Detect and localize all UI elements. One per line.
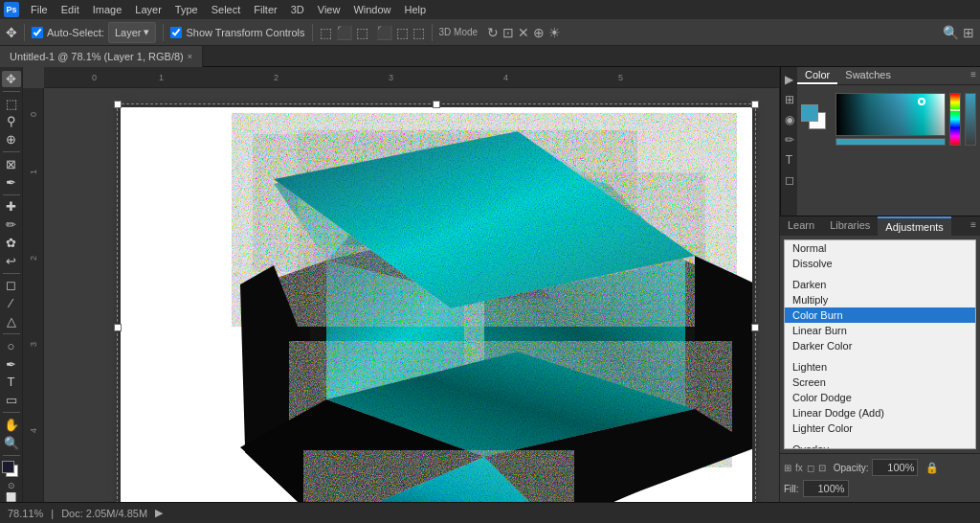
tool-marquee[interactable]: ⬚ [2,96,21,112]
tool-quick-select[interactable]: ⊕ [2,131,21,148]
fg-bg-colors [801,104,832,135]
blend-normal[interactable]: Normal [785,240,975,256]
handle-mr[interactable] [751,324,759,331]
align-left-icon[interactable]: ⬚ [320,25,332,40]
zoom-level: 78.11% [8,508,43,519]
tab-color[interactable]: Color [797,67,837,84]
align-bottom-icon[interactable]: ⬚ [412,25,425,40]
tab-libraries[interactable]: Libraries [822,216,878,236]
align-middle-icon[interactable]: ⬚ [396,25,409,40]
color-swatches[interactable] [2,461,21,477]
gradient-field[interactable] [835,93,946,136]
tool-gradient[interactable]: ∕ [2,295,21,311]
light-icon[interactable]: ☀ [548,25,561,40]
align-top-icon[interactable]: ⬛ [376,25,392,40]
panel-shape-btn[interactable]: ◻ [783,171,796,189]
menu-layer[interactable]: Layer [129,2,167,17]
alpha-bar[interactable] [965,93,976,146]
quick-mask-btn[interactable]: ⊙ [8,481,15,490]
tool-hand[interactable]: ✋ [2,417,21,433]
tool-type[interactable]: T [2,374,21,390]
show-transform-label: Show Transform Controls [186,27,304,38]
blend-linear-burn[interactable]: Linear Burn [785,323,975,338]
menu-view[interactable]: View [312,2,346,17]
tool-pen[interactable]: ✒ [2,356,21,373]
scale-icon[interactable]: ⊡ [502,25,514,40]
blend-overlay[interactable]: Overlay [785,442,975,449]
tool-lasso[interactable]: ⚲ [2,113,21,129]
workspace-icon[interactable]: ⊞ [963,25,974,40]
menu-file[interactable]: File [25,2,54,17]
tool-zoom[interactable]: 🔍 [2,435,21,451]
blend-lighter-color[interactable]: Lighter Color [785,421,975,436]
auto-select-type-dropdown[interactable]: Layer ▾ [108,22,157,43]
transform-icon[interactable]: ✕ [518,25,529,40]
svg-text:2: 2 [29,256,38,261]
blend-color-dodge[interactable]: Color Dodge [785,390,975,405]
tab-learn[interactable]: Learn [780,216,822,236]
blend-screen[interactable]: Screen [785,375,975,390]
screen-mode-btn[interactable]: ⬜ [6,492,16,502]
opacity-input[interactable] [872,459,918,476]
tool-clone[interactable]: ✿ [2,235,21,251]
blend-linear-dodge[interactable]: Linear Dodge (Add) [785,405,975,421]
hue-bar[interactable] [949,93,961,146]
tool-crop[interactable]: ⊠ [2,156,21,172]
tab-close-button[interactable]: × [188,52,192,61]
show-transform-checkbox[interactable] [170,27,182,38]
blend-lighten[interactable]: Lighten [785,359,975,375]
align-center-icon[interactable]: ⬛ [336,25,352,40]
status-sep: | [51,508,54,519]
menu-filter[interactable]: Filter [248,2,282,17]
fill-input[interactable] [803,480,849,497]
menu-edit[interactable]: Edit [56,2,85,17]
color-panel-menu[interactable]: ≡ [967,67,980,84]
blend-multiply[interactable]: Multiply [785,292,975,307]
hue-strip[interactable] [835,138,946,146]
align-right-icon[interactable]: ⬚ [356,25,368,40]
blend-darken[interactable]: Darken [785,277,975,292]
menu-image[interactable]: Image [87,2,128,17]
menu-window[interactable]: Window [347,2,396,17]
tab-adjustments[interactable]: Adjustments [878,216,951,236]
menu-3d[interactable]: 3D [285,2,310,17]
tab-swatches[interactable]: Swatches [837,67,899,84]
tool-brush[interactable]: ✏ [2,216,21,233]
blend-darker-color[interactable]: Darker Color [785,338,975,353]
camera-icon[interactable]: ⊕ [533,25,545,40]
panel-camera-btn[interactable]: ◉ [783,111,796,128]
menu-bar: Ps File Edit Image Layer Type Select Fil… [0,0,980,19]
color-selector-dot[interactable] [918,98,925,105]
blend-color-burn[interactable]: Color Burn [785,307,975,323]
tool-eyedropper[interactable]: ✒ [2,174,21,191]
panel-play-btn[interactable]: ▶ [783,71,795,88]
panel-text-btn[interactable]: T [784,151,794,169]
opacity-label: Opacity: [834,463,869,473]
tool-move[interactable]: ✥ [2,71,21,87]
color-panel-tabs: Color Swatches ≡ [797,67,980,85]
menu-type[interactable]: Type [169,2,204,17]
status-arrow[interactable]: ▶ [155,507,163,519]
tool-eraser[interactable]: ◻ [2,278,21,294]
blend-dissolve[interactable]: Dissolve [785,256,975,271]
gradient-picker[interactable] [835,93,946,146]
fg-color-swatch[interactable] [2,461,14,473]
panel-brush-btn[interactable]: ✏ [783,131,796,148]
document-tab[interactable]: Untitled-1 @ 78.1% (Layer 1, RGB/8) × [0,46,203,67]
auto-select-checkbox[interactable] [32,27,43,38]
rotate-icon[interactable]: ↻ [487,25,499,40]
adj-panel-menu[interactable]: ≡ [967,216,980,236]
menu-help[interactable]: Help [399,2,433,17]
tool-history-brush[interactable]: ↩ [2,253,21,269]
handle-tr[interactable] [751,101,759,108]
search-icon[interactable]: 🔍 [943,25,959,40]
tool-blur[interactable]: △ [2,313,21,330]
3d-mode-label[interactable]: 3D Mode [439,27,479,37]
tool-path[interactable]: ▭ [2,392,21,408]
menu-select[interactable]: Select [206,2,247,17]
tool-heal[interactable]: ✚ [2,198,21,215]
fg-color-box[interactable] [801,104,818,122]
tool-dodge[interactable]: ○ [2,338,21,354]
lock-icon: 🔒 [925,462,939,474]
panel-grid-btn[interactable]: ⊞ [783,91,796,108]
